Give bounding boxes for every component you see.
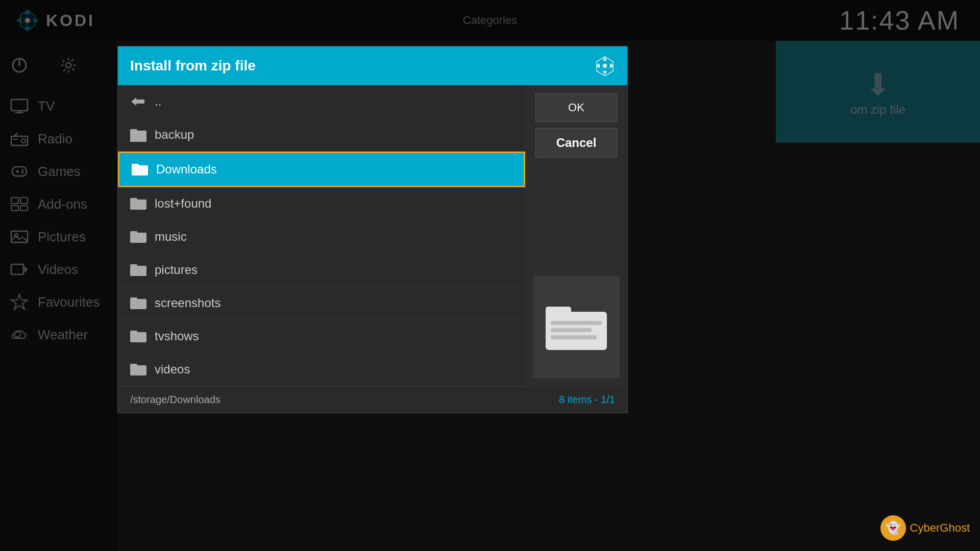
folder-icon-pictures	[130, 263, 146, 277]
folder-icon-tvshows	[130, 329, 146, 343]
file-item-back[interactable]: ..	[118, 85, 525, 118]
footer-path: /storage/Downloads	[130, 394, 220, 406]
back-folder-icon	[130, 94, 146, 109]
install-zip-dialog: Install from zip file ..	[117, 46, 628, 413]
svg-marker-36	[596, 63, 600, 68]
file-name-pictures: pictures	[155, 263, 198, 277]
svg-point-33	[603, 64, 607, 68]
svg-rect-59	[551, 335, 597, 339]
dialog-body: .. backup Downloads	[118, 85, 627, 386]
svg-marker-38	[131, 97, 144, 106]
dialog-sidebar: OK Cancel	[525, 85, 627, 386]
footer-count: 8 items - 1/1	[559, 394, 615, 406]
file-name-backup: backup	[155, 128, 194, 142]
svg-rect-46	[130, 231, 137, 234]
file-item-music[interactable]: music	[118, 220, 525, 254]
file-name-screenshots: screenshots	[155, 296, 220, 310]
file-item-backup[interactable]: backup	[118, 118, 525, 152]
dialog-footer: /storage/Downloads 8 items - 1/1	[118, 386, 627, 413]
folder-preview-icon	[546, 302, 607, 353]
ok-button[interactable]: OK	[535, 93, 617, 122]
svg-rect-48	[130, 264, 137, 267]
svg-rect-52	[130, 331, 137, 334]
dialog-header: Install from zip file	[118, 46, 627, 85]
svg-rect-40	[130, 129, 137, 132]
file-item-downloads[interactable]: Downloads	[118, 152, 525, 187]
file-name-downloads: Downloads	[156, 162, 217, 177]
file-item-screenshots[interactable]: screenshots	[118, 287, 525, 320]
cyberghost-text: CyberGhost	[910, 521, 970, 535]
dialog-kodi-icon	[595, 56, 615, 76]
svg-marker-35	[603, 71, 607, 75]
file-list: .. backup Downloads	[118, 85, 525, 386]
file-item-lostfound[interactable]: lost+found	[118, 187, 525, 220]
folder-preview	[533, 276, 620, 378]
folder-icon-backup	[130, 128, 146, 142]
folder-icon-music	[130, 230, 146, 244]
dialog-title: Install from zip file	[130, 58, 256, 74]
cyberghost-text-accent: Ghost	[940, 521, 970, 534]
folder-icon-downloads	[132, 162, 148, 177]
file-item-tvshows[interactable]: tvshows	[118, 320, 525, 353]
file-item-videos[interactable]: videos	[118, 353, 525, 386]
svg-rect-50	[130, 297, 137, 300]
svg-rect-54	[130, 364, 137, 367]
cancel-button[interactable]: Cancel	[535, 128, 617, 158]
svg-rect-39	[130, 131, 146, 142]
cyberghost-text-plain: Cyber	[910, 521, 940, 534]
folder-icon-lostfound	[130, 196, 146, 211]
folder-icon-videos	[130, 362, 146, 377]
file-name-back: ..	[155, 94, 161, 109]
file-name-music: music	[155, 230, 187, 244]
folder-icon-screenshots	[130, 296, 146, 310]
file-name-videos: videos	[155, 362, 190, 377]
svg-marker-37	[610, 63, 614, 68]
svg-rect-42	[132, 164, 139, 167]
file-item-pictures[interactable]: pictures	[118, 254, 525, 287]
svg-rect-58	[551, 328, 592, 332]
file-name-tvshows: tvshows	[155, 329, 199, 343]
cyberghost-badge[interactable]: 👻 CyberGhost	[880, 515, 970, 541]
svg-rect-57	[551, 321, 602, 325]
svg-rect-56	[546, 307, 571, 317]
svg-rect-44	[130, 198, 137, 201]
cyberghost-icon: 👻	[880, 515, 906, 541]
file-name-lostfound: lost+found	[155, 196, 211, 211]
